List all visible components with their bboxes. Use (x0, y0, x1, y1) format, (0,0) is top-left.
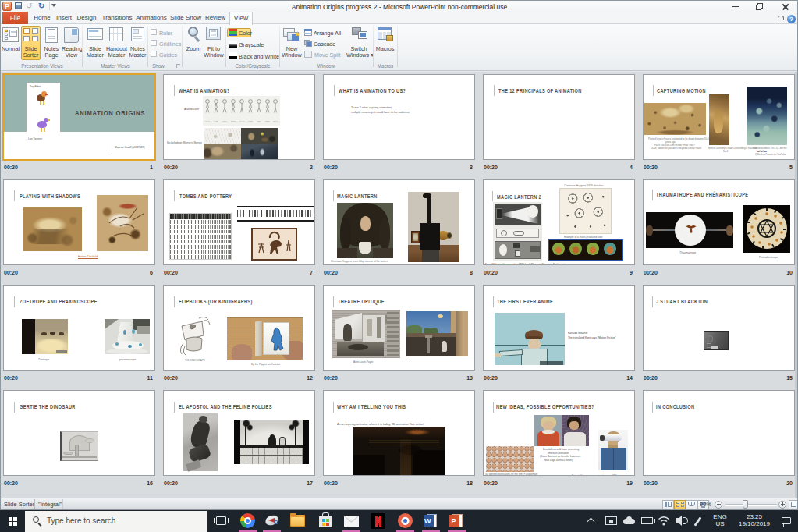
svg-text:CNTC: CNTC (265, 120, 270, 122)
svg-text:HIGH: HIGH (257, 120, 261, 122)
svg-text:WALK: WALK (239, 120, 245, 122)
svg-text:CNTC: CNTC (231, 120, 236, 122)
svg-text:WALK: WALK (273, 120, 278, 122)
svg-text:PASS: PASS (248, 120, 253, 122)
svg-text:HIGH: HIGH (222, 120, 227, 122)
svg-text:WALK: WALK (205, 120, 211, 122)
svg-text:PASS: PASS (214, 120, 218, 122)
